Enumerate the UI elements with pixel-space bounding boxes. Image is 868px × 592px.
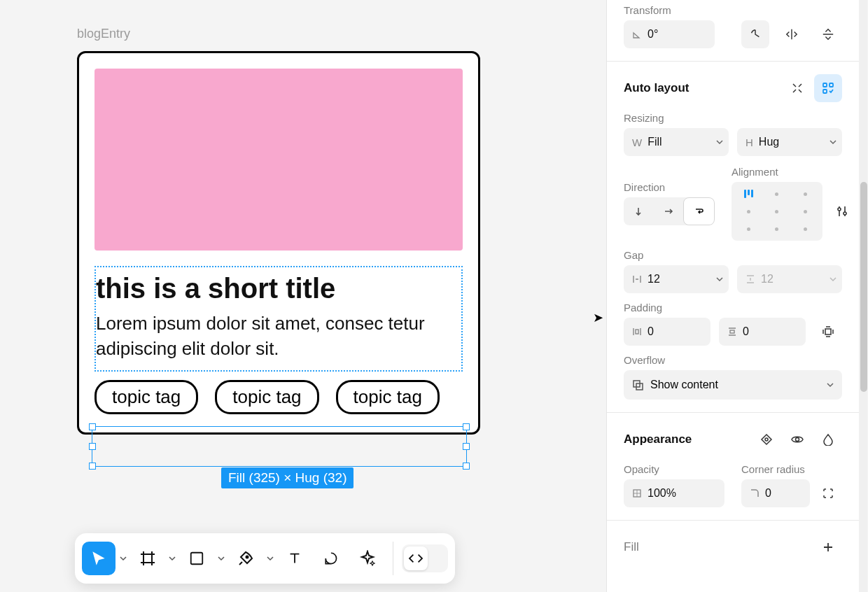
radius-label: Corner radius [741, 463, 842, 475]
auto-layout-title: Auto layout [624, 81, 690, 95]
pad-h-icon [632, 327, 642, 337]
alignment-settings-button[interactable] [828, 197, 856, 225]
svg-point-13 [796, 438, 799, 442]
svg-point-1 [246, 556, 248, 558]
auto-layout-remove-button[interactable] [783, 74, 811, 102]
comment-tool[interactable] [314, 542, 348, 575]
dev-mode-toggle[interactable] [402, 544, 448, 572]
svg-rect-8 [730, 330, 734, 333]
direction-wrap[interactable] [683, 197, 715, 225]
tag-row[interactable]: topic tag topic tag topic tag [94, 380, 463, 414]
align-top-left[interactable] [736, 186, 762, 202]
direction-label: Direction [624, 181, 715, 193]
svg-rect-4 [823, 90, 827, 93]
align-bot-left[interactable] [736, 221, 762, 237]
chevron-down-icon [824, 139, 842, 146]
blog-image-placeholder[interactable] [94, 69, 463, 251]
opacity-input[interactable]: 100% [624, 479, 724, 507]
blog-text-block[interactable]: this is a short title Lorem ipsum dolor … [94, 266, 463, 372]
align-mid-center[interactable] [764, 204, 790, 219]
frame-tool[interactable] [131, 542, 164, 575]
canvas[interactable]: blogEntry this is a short title Lorem ip… [0, 0, 606, 592]
gap-vertical-input[interactable]: 12 [737, 265, 842, 293]
frame-label[interactable]: blogEntry [77, 27, 130, 41]
svg-point-6 [844, 212, 846, 215]
svg-rect-7 [636, 330, 638, 334]
overflow-dropdown[interactable]: Show content [624, 370, 842, 400]
corner-radius-input[interactable]: 0 [741, 479, 810, 507]
opacity-icon [632, 488, 642, 498]
pad-v-icon [727, 327, 737, 337]
pen-tool[interactable] [229, 542, 262, 575]
flip-vertical-button[interactable] [814, 20, 842, 48]
rotate-90-button[interactable] [741, 20, 769, 48]
alignment-grid[interactable] [732, 182, 822, 241]
svg-rect-0 [191, 553, 203, 565]
variable-button[interactable] [752, 425, 780, 453]
chevron-down-icon [710, 139, 729, 146]
padding-individual-button[interactable] [814, 318, 842, 346]
overflow-icon [632, 379, 643, 390]
resizing-label: Resizing [624, 112, 842, 124]
blog-title[interactable]: this is a short title [96, 273, 461, 304]
move-tool[interactable] [82, 542, 115, 575]
shape-tool-chevron[interactable] [216, 555, 226, 562]
blend-mode-button[interactable] [814, 425, 842, 453]
align-mid-right[interactable] [792, 204, 818, 219]
align-mid-left[interactable] [736, 204, 762, 219]
svg-rect-2 [823, 83, 827, 87]
move-tool-chevron[interactable] [118, 555, 128, 562]
padding-horizontal-input[interactable]: 0 [624, 318, 710, 346]
alignment-label: Alignment [732, 166, 856, 178]
gap-h-icon [632, 274, 642, 284]
svg-rect-3 [830, 83, 833, 87]
overflow-label: Overflow [624, 354, 842, 366]
width-resize-dropdown[interactable]: W Fill [624, 128, 729, 156]
flip-horizontal-button[interactable] [778, 20, 806, 48]
pen-tool-chevron[interactable] [265, 555, 275, 562]
direction-segmented [624, 197, 715, 225]
properties-panel: Transform 0° Auto layout [606, 0, 859, 592]
svg-rect-9 [825, 329, 831, 334]
gap-label: Gap [624, 249, 842, 261]
visibility-button[interactable] [783, 425, 811, 453]
align-bot-center[interactable] [764, 221, 790, 237]
fill-title: Fill [624, 540, 639, 554]
actions-tool[interactable] [351, 542, 384, 575]
topic-tag[interactable]: topic tag [336, 380, 440, 414]
opacity-label: Opacity [624, 463, 724, 475]
gap-v-icon [746, 274, 755, 284]
align-top-center[interactable] [764, 186, 790, 202]
align-top-right[interactable] [792, 186, 818, 202]
align-bot-right[interactable] [792, 221, 818, 237]
height-resize-dropdown[interactable]: H Hug [737, 128, 842, 156]
padding-label: Padding [624, 302, 842, 313]
rotation-input[interactable]: 0° [624, 20, 715, 48]
text-tool[interactable] [278, 542, 312, 575]
padding-vertical-input[interactable]: 0 [719, 318, 806, 346]
add-fill-button[interactable] [814, 533, 842, 561]
cursor-icon: ➤ [593, 310, 603, 325]
angle-icon [632, 29, 642, 39]
svg-point-5 [838, 208, 841, 211]
bottom-toolbar [75, 533, 455, 584]
window-scrollbar-thumb[interactable] [860, 182, 867, 392]
selection-dimensions-badge: Fill (325) × Hug (32) [221, 467, 354, 488]
radius-individual-button[interactable] [814, 479, 842, 507]
shape-tool[interactable] [180, 542, 214, 575]
auto-layout-suggest-button[interactable] [814, 74, 842, 102]
direction-horizontal[interactable] [654, 197, 684, 225]
blog-body[interactable]: Lorem ipsum dolor sit amet, consec tetur… [96, 311, 461, 362]
appearance-title: Appearance [624, 432, 692, 446]
svg-point-12 [765, 438, 768, 441]
chevron-down-icon [827, 381, 834, 388]
blog-entry-frame[interactable]: this is a short title Lorem ipsum dolor … [77, 51, 480, 435]
topic-tag[interactable]: topic tag [94, 380, 198, 414]
radius-icon [750, 488, 760, 498]
frame-tool-chevron[interactable] [167, 555, 177, 562]
transform-label: Transform [624, 4, 842, 16]
gap-horizontal-input[interactable]: 12 [624, 265, 729, 293]
topic-tag[interactable]: topic tag [215, 380, 318, 414]
direction-vertical[interactable] [624, 197, 654, 225]
